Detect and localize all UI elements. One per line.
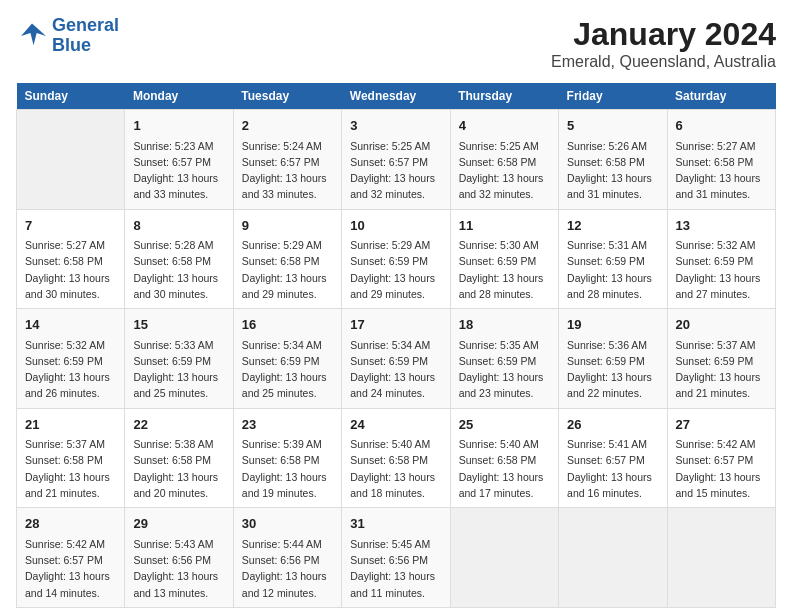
day-number: 26 bbox=[567, 415, 658, 435]
day-number: 10 bbox=[350, 216, 441, 236]
title-block: January 2024 Emerald, Queensland, Austra… bbox=[551, 16, 776, 71]
calendar-week-2: 7Sunrise: 5:27 AM Sunset: 6:58 PM Daylig… bbox=[17, 209, 776, 309]
calendar-cell: 9Sunrise: 5:29 AM Sunset: 6:58 PM Daylig… bbox=[233, 209, 341, 309]
day-number: 7 bbox=[25, 216, 116, 236]
day-number: 11 bbox=[459, 216, 550, 236]
header-saturday: Saturday bbox=[667, 83, 775, 110]
day-info: Sunrise: 5:32 AM Sunset: 6:59 PM Dayligh… bbox=[676, 237, 767, 302]
header-row: Sunday Monday Tuesday Wednesday Thursday… bbox=[17, 83, 776, 110]
day-number: 30 bbox=[242, 514, 333, 534]
day-number: 27 bbox=[676, 415, 767, 435]
calendar-cell: 3Sunrise: 5:25 AM Sunset: 6:57 PM Daylig… bbox=[342, 110, 450, 210]
day-info: Sunrise: 5:30 AM Sunset: 6:59 PM Dayligh… bbox=[459, 237, 550, 302]
calendar-cell bbox=[17, 110, 125, 210]
day-number: 21 bbox=[25, 415, 116, 435]
day-info: Sunrise: 5:42 AM Sunset: 6:57 PM Dayligh… bbox=[25, 536, 116, 601]
day-number: 13 bbox=[676, 216, 767, 236]
calendar-cell: 1Sunrise: 5:23 AM Sunset: 6:57 PM Daylig… bbox=[125, 110, 233, 210]
day-number: 28 bbox=[25, 514, 116, 534]
day-info: Sunrise: 5:29 AM Sunset: 6:58 PM Dayligh… bbox=[242, 237, 333, 302]
calendar-cell: 11Sunrise: 5:30 AM Sunset: 6:59 PM Dayli… bbox=[450, 209, 558, 309]
logo: General Blue bbox=[16, 16, 119, 56]
header-sunday: Sunday bbox=[17, 83, 125, 110]
calendar-cell bbox=[667, 508, 775, 608]
day-info: Sunrise: 5:38 AM Sunset: 6:58 PM Dayligh… bbox=[133, 436, 224, 501]
calendar-cell bbox=[450, 508, 558, 608]
day-info: Sunrise: 5:39 AM Sunset: 6:58 PM Dayligh… bbox=[242, 436, 333, 501]
day-number: 12 bbox=[567, 216, 658, 236]
calendar-table: Sunday Monday Tuesday Wednesday Thursday… bbox=[16, 83, 776, 608]
calendar-cell: 23Sunrise: 5:39 AM Sunset: 6:58 PM Dayli… bbox=[233, 408, 341, 508]
header-wednesday: Wednesday bbox=[342, 83, 450, 110]
calendar-cell: 13Sunrise: 5:32 AM Sunset: 6:59 PM Dayli… bbox=[667, 209, 775, 309]
day-number: 9 bbox=[242, 216, 333, 236]
calendar-cell: 18Sunrise: 5:35 AM Sunset: 6:59 PM Dayli… bbox=[450, 309, 558, 409]
calendar-cell bbox=[559, 508, 667, 608]
day-info: Sunrise: 5:36 AM Sunset: 6:59 PM Dayligh… bbox=[567, 337, 658, 402]
calendar-week-5: 28Sunrise: 5:42 AM Sunset: 6:57 PM Dayli… bbox=[17, 508, 776, 608]
day-info: Sunrise: 5:42 AM Sunset: 6:57 PM Dayligh… bbox=[676, 436, 767, 501]
day-number: 3 bbox=[350, 116, 441, 136]
day-info: Sunrise: 5:31 AM Sunset: 6:59 PM Dayligh… bbox=[567, 237, 658, 302]
day-info: Sunrise: 5:26 AM Sunset: 6:58 PM Dayligh… bbox=[567, 138, 658, 203]
calendar-cell: 14Sunrise: 5:32 AM Sunset: 6:59 PM Dayli… bbox=[17, 309, 125, 409]
calendar-cell: 16Sunrise: 5:34 AM Sunset: 6:59 PM Dayli… bbox=[233, 309, 341, 409]
day-number: 24 bbox=[350, 415, 441, 435]
calendar-cell: 7Sunrise: 5:27 AM Sunset: 6:58 PM Daylig… bbox=[17, 209, 125, 309]
day-info: Sunrise: 5:34 AM Sunset: 6:59 PM Dayligh… bbox=[350, 337, 441, 402]
day-number: 18 bbox=[459, 315, 550, 335]
day-info: Sunrise: 5:32 AM Sunset: 6:59 PM Dayligh… bbox=[25, 337, 116, 402]
calendar-subtitle: Emerald, Queensland, Australia bbox=[551, 53, 776, 71]
day-info: Sunrise: 5:43 AM Sunset: 6:56 PM Dayligh… bbox=[133, 536, 224, 601]
day-info: Sunrise: 5:24 AM Sunset: 6:57 PM Dayligh… bbox=[242, 138, 333, 203]
calendar-body: 1Sunrise: 5:23 AM Sunset: 6:57 PM Daylig… bbox=[17, 110, 776, 608]
calendar-cell: 17Sunrise: 5:34 AM Sunset: 6:59 PM Dayli… bbox=[342, 309, 450, 409]
day-number: 2 bbox=[242, 116, 333, 136]
day-info: Sunrise: 5:37 AM Sunset: 6:59 PM Dayligh… bbox=[676, 337, 767, 402]
calendar-cell: 30Sunrise: 5:44 AM Sunset: 6:56 PM Dayli… bbox=[233, 508, 341, 608]
calendar-cell: 31Sunrise: 5:45 AM Sunset: 6:56 PM Dayli… bbox=[342, 508, 450, 608]
day-number: 5 bbox=[567, 116, 658, 136]
calendar-cell: 6Sunrise: 5:27 AM Sunset: 6:58 PM Daylig… bbox=[667, 110, 775, 210]
logo-text: General Blue bbox=[52, 16, 119, 56]
calendar-cell: 22Sunrise: 5:38 AM Sunset: 6:58 PM Dayli… bbox=[125, 408, 233, 508]
calendar-cell: 4Sunrise: 5:25 AM Sunset: 6:58 PM Daylig… bbox=[450, 110, 558, 210]
day-info: Sunrise: 5:27 AM Sunset: 6:58 PM Dayligh… bbox=[676, 138, 767, 203]
svg-marker-0 bbox=[21, 23, 46, 45]
day-info: Sunrise: 5:35 AM Sunset: 6:59 PM Dayligh… bbox=[459, 337, 550, 402]
calendar-cell: 10Sunrise: 5:29 AM Sunset: 6:59 PM Dayli… bbox=[342, 209, 450, 309]
calendar-cell: 2Sunrise: 5:24 AM Sunset: 6:57 PM Daylig… bbox=[233, 110, 341, 210]
calendar-header: Sunday Monday Tuesday Wednesday Thursday… bbox=[17, 83, 776, 110]
day-info: Sunrise: 5:45 AM Sunset: 6:56 PM Dayligh… bbox=[350, 536, 441, 601]
header-friday: Friday bbox=[559, 83, 667, 110]
day-number: 19 bbox=[567, 315, 658, 335]
calendar-cell: 24Sunrise: 5:40 AM Sunset: 6:58 PM Dayli… bbox=[342, 408, 450, 508]
calendar-cell: 12Sunrise: 5:31 AM Sunset: 6:59 PM Dayli… bbox=[559, 209, 667, 309]
day-number: 29 bbox=[133, 514, 224, 534]
calendar-cell: 15Sunrise: 5:33 AM Sunset: 6:59 PM Dayli… bbox=[125, 309, 233, 409]
day-number: 4 bbox=[459, 116, 550, 136]
day-number: 22 bbox=[133, 415, 224, 435]
day-info: Sunrise: 5:40 AM Sunset: 6:58 PM Dayligh… bbox=[350, 436, 441, 501]
day-number: 17 bbox=[350, 315, 441, 335]
calendar-cell: 26Sunrise: 5:41 AM Sunset: 6:57 PM Dayli… bbox=[559, 408, 667, 508]
calendar-cell: 21Sunrise: 5:37 AM Sunset: 6:58 PM Dayli… bbox=[17, 408, 125, 508]
day-info: Sunrise: 5:28 AM Sunset: 6:58 PM Dayligh… bbox=[133, 237, 224, 302]
day-info: Sunrise: 5:40 AM Sunset: 6:58 PM Dayligh… bbox=[459, 436, 550, 501]
day-number: 25 bbox=[459, 415, 550, 435]
calendar-title: January 2024 bbox=[551, 16, 776, 53]
header-tuesday: Tuesday bbox=[233, 83, 341, 110]
day-number: 1 bbox=[133, 116, 224, 136]
day-number: 15 bbox=[133, 315, 224, 335]
day-number: 6 bbox=[676, 116, 767, 136]
header-monday: Monday bbox=[125, 83, 233, 110]
day-info: Sunrise: 5:29 AM Sunset: 6:59 PM Dayligh… bbox=[350, 237, 441, 302]
day-info: Sunrise: 5:25 AM Sunset: 6:57 PM Dayligh… bbox=[350, 138, 441, 203]
calendar-cell: 5Sunrise: 5:26 AM Sunset: 6:58 PM Daylig… bbox=[559, 110, 667, 210]
day-info: Sunrise: 5:27 AM Sunset: 6:58 PM Dayligh… bbox=[25, 237, 116, 302]
day-number: 14 bbox=[25, 315, 116, 335]
day-info: Sunrise: 5:33 AM Sunset: 6:59 PM Dayligh… bbox=[133, 337, 224, 402]
calendar-cell: 8Sunrise: 5:28 AM Sunset: 6:58 PM Daylig… bbox=[125, 209, 233, 309]
day-number: 16 bbox=[242, 315, 333, 335]
calendar-week-4: 21Sunrise: 5:37 AM Sunset: 6:58 PM Dayli… bbox=[17, 408, 776, 508]
